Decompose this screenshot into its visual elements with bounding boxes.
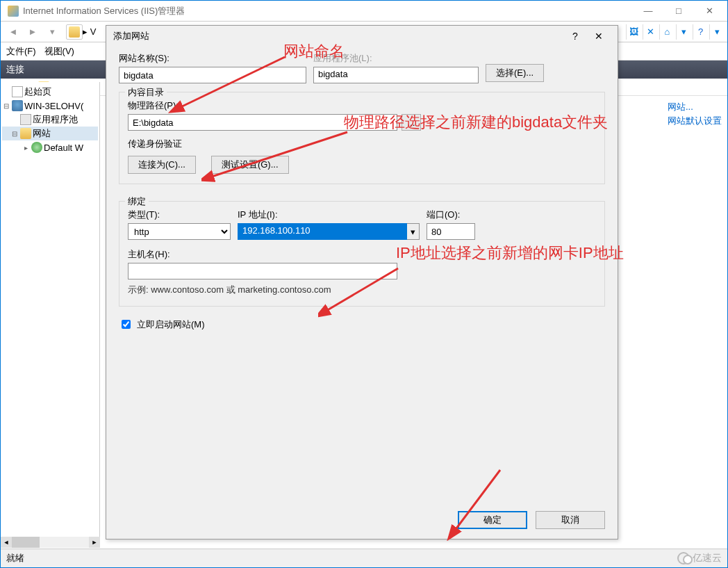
start-now-label: 立即启动网站(M) [137, 318, 205, 331]
tree-start-page[interactable]: 起始页 [2, 85, 98, 99]
select-app-pool-button[interactable]: 选择(E)... [486, 64, 544, 82]
link-add-site[interactable]: 网站... [668, 101, 722, 113]
page-icon [12, 86, 23, 97]
type-label: 类型(T): [128, 209, 231, 221]
brand-logo: 亿速云 [677, 552, 722, 565]
ip-dropdown-button[interactable]: ▾ [407, 223, 420, 240]
app-pool-display: bigdata [313, 67, 479, 83]
nav-forward-button[interactable]: ► [23, 24, 42, 40]
ok-button[interactable]: 确定 [458, 511, 527, 529]
connect-as-button[interactable]: 连接为(C)... [128, 156, 196, 174]
sites-icon [20, 128, 31, 139]
ip-address-input[interactable]: 192.168.100.110 [238, 223, 407, 240]
server-icon [12, 100, 23, 111]
browse-path-button[interactable]: ... [402, 114, 421, 131]
status-bar: 就绪 亿速云 [1, 549, 727, 567]
status-text: 就绪 [6, 552, 24, 565]
content-legend: 内容目录 [125, 86, 167, 99]
globe-icon [31, 142, 42, 153]
breadcrumb-icon[interactable] [66, 24, 83, 40]
site-name-input[interactable] [119, 67, 306, 83]
test-settings-button[interactable]: 测试设置(G)... [211, 156, 289, 174]
nav-back-button[interactable]: ◄ [3, 24, 23, 40]
brand-ring-icon [677, 552, 690, 565]
tree-app-pools[interactable]: 应用程序池 [2, 113, 98, 127]
physical-path-input[interactable] [128, 114, 397, 131]
auth-section-label: 传递身份验证 [128, 138, 596, 150]
ip-label: IP 地址(I): [238, 209, 420, 221]
actions-links: 网站... 网站默认设置 [668, 101, 722, 129]
toolbar-icon-5[interactable]: ▾ [709, 24, 725, 40]
toolbar-icon-3[interactable]: ⌂ [659, 24, 675, 40]
hostname-label: 主机名(H): [128, 248, 596, 261]
tree-server-node[interactable]: ⊟ WIN-3ELOHV( [2, 99, 98, 113]
binding-legend: 绑定 [125, 195, 149, 208]
close-button[interactable]: ✕ [694, 1, 725, 21]
cancel-button[interactable]: 取消 [536, 511, 605, 529]
binding-fieldset: 绑定 类型(T): http IP 地址(I): 192.168.100.110… [119, 201, 605, 307]
type-select[interactable]: http [128, 223, 231, 240]
menu-view[interactable]: 视图(V) [44, 45, 74, 58]
titlebar: Internet Information Services (IIS)管理器 —… [1, 1, 727, 22]
window-title: Internet Information Services (IIS)管理器 [23, 5, 633, 17]
app-icon [8, 6, 19, 17]
connections-tree-pane: 起始页 ⊟ WIN-3ELOHV( 应用程序池 ⊟ 网站 ▸ Default W [1, 82, 100, 548]
hostname-input[interactable] [128, 263, 397, 279]
dialog-titlebar: 添加网站 ? ✕ [106, 26, 618, 47]
port-input[interactable] [427, 223, 475, 240]
toolbar-icon-4[interactable]: ▾ [676, 24, 691, 40]
port-label: 端口(O): [427, 209, 475, 221]
dialog-close-button[interactable]: ✕ [587, 28, 611, 44]
start-now-checkbox[interactable] [122, 320, 131, 329]
dialog-help-button[interactable]: ? [563, 28, 587, 44]
link-site-defaults[interactable]: 网站默认设置 [668, 115, 722, 127]
add-website-dialog: 添加网站 ? ✕ 网站名称(S): 应用程序池(L): bigdata 选择(E… [106, 25, 618, 539]
help-icon[interactable]: ? [693, 24, 708, 40]
toolbar-icon-2[interactable]: ✕ [643, 24, 658, 40]
tree-sites[interactable]: ⊟ 网站 [2, 127, 98, 140]
hostname-example: 示例: www.contoso.com 或 marketing.contoso.… [128, 284, 596, 296]
tree-scrollbar[interactable]: ◄► [1, 537, 100, 548]
app-pool-label: 应用程序池(L): [313, 52, 479, 65]
menu-file[interactable]: 文件(F) [6, 45, 36, 58]
site-name-label: 网站名称(S): [119, 52, 306, 65]
minimize-button[interactable]: — [633, 1, 663, 21]
content-fieldset: 内容目录 物理路径(P): ... 传递身份验证 连接为(C)... 测试设置(… [119, 92, 605, 184]
tree-default-website[interactable]: ▸ Default W [2, 140, 98, 154]
nav-dropdown-button[interactable]: ▾ [42, 24, 62, 40]
physical-path-label: 物理路径(P): [128, 99, 596, 112]
breadcrumb-text: ▸ V [83, 26, 96, 37]
app-pools-icon [20, 114, 31, 125]
maximize-button[interactable]: □ [663, 1, 694, 21]
toolbar-icon-1[interactable]: 🖼 [626, 24, 641, 40]
dialog-title-text: 添加网站 [113, 30, 149, 42]
